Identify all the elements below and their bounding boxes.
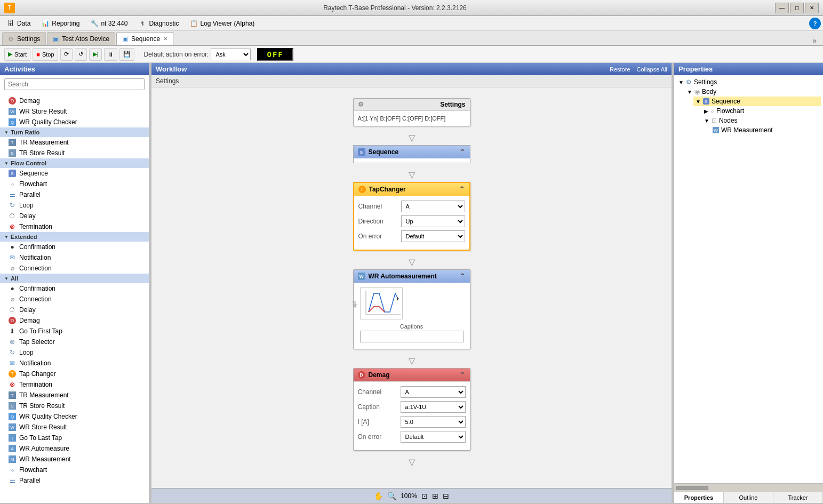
tree-item-nodes[interactable]: ▼ ⊡ Nodes <box>702 116 821 125</box>
zoom-icon[interactable]: 🔍 <box>387 492 396 500</box>
wr-auto-collapse-button[interactable]: ⌃ <box>459 272 466 281</box>
demag-onerror-label: On error <box>358 433 401 441</box>
tapchanger-channel-select[interactable]: ABCD <box>401 201 465 212</box>
minimize-button[interactable]: — <box>775 3 789 13</box>
list-item-all-confirmation[interactable]: ● Confirmation <box>0 283 149 294</box>
list-item-all-loop[interactable]: ↻ Loop <box>0 347 149 358</box>
list-item-loop[interactable]: ↻ Loop <box>0 200 149 211</box>
list-item-all-tr-store[interactable]: S TR Store Result <box>0 401 149 411</box>
demag-caption-select[interactable]: a:1V-1Ua:1V-1Wa:1U-1W <box>401 401 466 413</box>
list-item-parallel2[interactable]: ⚌ Parallel <box>0 475 149 486</box>
list-item-sequence[interactable]: S Sequence <box>0 168 149 179</box>
list-item-all-termination[interactable]: ⊗ Termination <box>0 379 149 390</box>
error-action-dropdown[interactable]: Ask Stop Continue <box>211 49 251 60</box>
tapchanger-onerror-select[interactable]: DefaultStopAsk <box>401 230 465 242</box>
demag-channel-select[interactable]: ABCD <box>401 386 466 398</box>
list-item-confirmation[interactable]: ● Confirmation <box>0 242 149 252</box>
settings-card-title: Settings <box>440 101 465 108</box>
wr-captions-input[interactable] <box>360 331 464 342</box>
menu-item-reporting[interactable]: 📊 Reporting <box>37 18 84 29</box>
prop-hscroll-thumb[interactable] <box>676 486 708 490</box>
demag-onerror-select[interactable]: DefaultStopAsk <box>401 431 466 443</box>
menu-item-data[interactable]: 🗄 Data <box>2 18 35 29</box>
fit-height-icon[interactable]: ⊟ <box>443 492 449 500</box>
tab-more-button[interactable]: » <box>808 36 821 45</box>
pause-button[interactable]: ⏸ <box>104 48 117 61</box>
category-extended[interactable]: ▼ Extended <box>0 232 149 242</box>
hand-icon[interactable]: ✋ <box>374 492 383 500</box>
save-button[interactable]: 💾 <box>119 48 134 61</box>
prop-hscrollbar[interactable] <box>674 483 823 492</box>
tapchanger-direction-select[interactable]: UpDown <box>401 215 465 227</box>
arrow-5: ▽ <box>162 455 661 469</box>
list-item-demag[interactable]: D Demag <box>0 95 149 106</box>
list-item-tr-store[interactable]: S TR Store Result <box>0 148 149 158</box>
prop-tab-outline[interactable]: Outline <box>724 492 773 503</box>
tab-test-atos[interactable]: ▣ Test Atos Device <box>47 32 115 45</box>
activities-panel: Activities D Demag W WR Store Result Q W… <box>0 63 149 503</box>
tapchanger-collapse-button[interactable]: ⌃ <box>459 185 465 194</box>
list-item-flowchart2[interactable]: ⬦ Flowchart <box>0 465 149 475</box>
fit-icon[interactable]: ⊡ <box>421 492 428 500</box>
extended-expand-icon: ▼ <box>4 235 9 239</box>
restore-button[interactable]: Restore <box>610 66 630 73</box>
prop-tab-properties[interactable]: Properties <box>674 492 724 503</box>
tree-item-wr-measurement[interactable]: W WR Measurement <box>710 125 821 135</box>
list-item-all-demag[interactable]: D Demag <box>0 315 149 326</box>
demag-current-select[interactable]: 5.02.510.0 <box>401 416 466 428</box>
help-button[interactable]: ? <box>809 18 821 29</box>
list-item-flowchart[interactable]: ⬦ Flowchart <box>0 179 149 189</box>
close-button[interactable]: ✕ <box>805 3 819 13</box>
list-item-wr-store[interactable]: W WR Store Result <box>0 106 149 117</box>
fit-width-icon[interactable]: ⊞ <box>432 492 438 500</box>
sequence-collapse-button[interactable]: ⌃ <box>459 148 466 156</box>
demag-collapse-button[interactable]: ⌃ <box>459 371 466 379</box>
list-item-all-wr-quality[interactable]: Q WR Quality Checker <box>0 411 149 422</box>
tab-sequence[interactable]: ▣ Sequence ✕ <box>116 32 173 45</box>
prop-tab-tracker[interactable]: Tracker <box>773 492 823 503</box>
tapchanger-direction-label: Direction <box>358 218 401 225</box>
list-item-goto-first[interactable]: ⬇ Go To First Tap <box>0 326 149 337</box>
list-item-notification[interactable]: ✉ Notification <box>0 252 149 263</box>
list-item-all-connection[interactable]: ⌀ Connection <box>0 294 149 305</box>
workflow-content[interactable]: ⚙ Settings A:[1 Yn] B:[OFF] C:[OFF] D:[O… <box>151 87 672 488</box>
tree-item-settings[interactable]: ▼ ⚙ Settings <box>676 77 821 87</box>
list-item-tr-measurement[interactable]: T TR Measurement <box>0 137 149 148</box>
record2-button[interactable]: ↺ <box>75 48 87 61</box>
list-item-parallel[interactable]: ⚌ Parallel <box>0 189 149 200</box>
tree-item-sequence[interactable]: ▼ S Sequence <box>693 97 821 106</box>
list-item-delay[interactable]: ⏱ Delay <box>0 211 149 221</box>
tree-item-flowchart[interactable]: ▶ ⬦ Flowchart <box>702 106 821 116</box>
list-item-all-wr-store[interactable]: W WR Store Result <box>0 422 149 433</box>
list-item-termination[interactable]: ⊗ Termination <box>0 221 149 232</box>
menu-item-nt[interactable]: 🔧 nt 32.440 <box>86 18 132 29</box>
search-input[interactable] <box>4 78 145 90</box>
list-item-all-notification[interactable]: ✉ Notification <box>0 358 149 369</box>
settings-card-body: A:[1 Yn] B:[OFF] C:[OFF] D:[OFF] <box>354 111 470 126</box>
collapse-all-button[interactable]: Collapse All <box>637 66 667 73</box>
category-turn-ratio[interactable]: ▼ Turn Ratio <box>0 127 149 137</box>
record-button[interactable]: ⟳ <box>60 48 73 61</box>
list-item-wr-automeasure[interactable]: A WR Automeasure <box>0 443 149 454</box>
list-item-wr-quality[interactable]: Q WR Quality Checker <box>0 117 149 127</box>
list-item-tap-selector[interactable]: ⊛ Tap Selector <box>0 337 149 347</box>
tab-settings[interactable]: ⚙ Settings <box>2 32 46 45</box>
category-flow-control[interactable]: ▼ Flow Control <box>0 158 149 168</box>
list-item-all-delay[interactable]: ⏱ Delay <box>0 305 149 315</box>
tab-close-button[interactable]: ✕ <box>163 36 167 42</box>
menu-item-diagnostic[interactable]: ⚕ Diagnostic <box>134 18 183 29</box>
tap-sel-icon: ⊛ <box>9 338 16 346</box>
off-display: OFF <box>257 48 293 61</box>
maximize-button[interactable]: ◻ <box>790 3 804 13</box>
list-item-connection[interactable]: ⌀ Connection <box>0 263 149 274</box>
list-item-all-tapchanger[interactable]: T Tap Changer <box>0 369 149 379</box>
play2-button[interactable]: ▶| <box>89 48 102 61</box>
stop-button[interactable]: ■ Stop <box>33 48 58 61</box>
tree-item-body[interactable]: ▼ ◉ Body <box>685 87 821 97</box>
start-button[interactable]: ▶ Start <box>4 48 30 61</box>
list-item-wr-measurement[interactable]: M WR Measurement <box>0 454 149 465</box>
list-item-goto-last[interactable]: ↓ Go To Last Tap <box>0 433 149 443</box>
list-item-all-tr-meas[interactable]: T TR Measurement <box>0 390 149 401</box>
category-all[interactable]: ▼ All <box>0 274 149 283</box>
menu-item-logviewer[interactable]: 📋 Log Viewer (Alpha) <box>185 18 259 29</box>
